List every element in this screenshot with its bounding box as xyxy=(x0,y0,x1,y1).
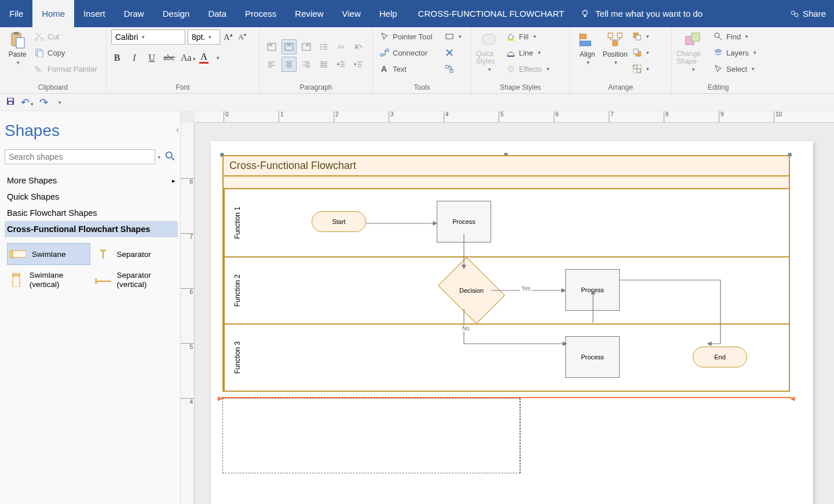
align-left-button[interactable] xyxy=(264,57,279,72)
edge-label-no: No xyxy=(461,325,471,332)
tab-design[interactable]: Design xyxy=(153,0,199,27)
tab-draw[interactable]: Draw xyxy=(115,0,153,27)
svg-rect-56 xyxy=(507,39,514,41)
clear-button[interactable]: A xyxy=(351,39,366,54)
tab-data[interactable]: Data xyxy=(199,0,236,27)
font-name-combo[interactable]: Calibri▾ xyxy=(111,30,185,45)
bring-front-button[interactable]: ▾ xyxy=(630,30,652,43)
grow-font-button[interactable]: A▴ xyxy=(222,32,234,42)
effects-button[interactable]: Effects▾ xyxy=(504,62,552,76)
strike-button[interactable]: abc xyxy=(163,53,175,62)
align-right-button[interactable] xyxy=(299,57,314,72)
tab-view[interactable]: View xyxy=(332,0,370,27)
cross-functional-item[interactable]: Cross-Functional Flowchart Shapes xyxy=(5,221,178,237)
undo-button[interactable]: ↶▾ xyxy=(21,96,34,109)
svg-point-19 xyxy=(320,44,321,45)
ruler-major: 9 xyxy=(719,111,724,122)
connector-tool-button[interactable]: Connector xyxy=(378,46,440,60)
align-button[interactable]: Align▾ xyxy=(575,30,600,65)
select-button[interactable]: Select▾ xyxy=(711,62,759,76)
underline-button[interactable]: U xyxy=(146,53,158,63)
tab-help[interactable]: Help xyxy=(370,0,407,27)
redo-button[interactable]: ↷ xyxy=(39,96,48,109)
line-icon xyxy=(506,48,515,57)
align-center-button[interactable] xyxy=(281,57,297,72)
stencil-separator-v[interactable]: Separator (vertical) xyxy=(93,267,176,293)
stencil-swimlane-v[interactable]: Swimlane (vertical) xyxy=(7,267,90,293)
group-shape-styles: Quick Styles▾ Fill▾ Line▾ Effects▾ Shape… xyxy=(471,27,570,93)
tab-review[interactable]: Review xyxy=(286,0,332,27)
tab-insert[interactable]: Insert xyxy=(74,0,115,27)
cut-button[interactable]: Cut xyxy=(32,30,100,43)
svg-rect-86 xyxy=(13,273,20,276)
fill-button[interactable]: Fill▾ xyxy=(504,30,552,43)
drawing-page[interactable]: Cross-Functional Flowchart Function 1 St… xyxy=(211,141,813,504)
canvas-area[interactable]: 0 1 2 3 4 5 6 7 8 9 10 8 7 6 5 4 xyxy=(181,111,834,504)
justify-button[interactable] xyxy=(316,57,331,72)
bold-button[interactable]: B xyxy=(111,53,123,63)
svg-text:A: A xyxy=(338,43,342,50)
format-painter-button[interactable]: Format Painter xyxy=(32,62,100,76)
bullets-button[interactable] xyxy=(316,39,331,54)
more-shapes-item[interactable]: More Shapes▸ xyxy=(5,172,178,189)
freeform-tool-button[interactable] xyxy=(442,62,464,76)
paste-button[interactable]: Paste ▾ xyxy=(5,30,30,65)
dec-indent-button[interactable] xyxy=(334,57,349,72)
change-case-button[interactable]: Aa▾ xyxy=(181,53,192,63)
svg-rect-5 xyxy=(16,38,24,48)
search-shapes-input[interactable] xyxy=(5,149,155,164)
tab-process[interactable]: Process xyxy=(236,0,286,27)
chevron-down-icon[interactable]: ▾ xyxy=(158,154,160,160)
paste-icon xyxy=(8,31,27,49)
quick-shapes-item[interactable]: Quick Shapes xyxy=(5,189,178,205)
svg-rect-88 xyxy=(95,279,97,284)
copy-button[interactable]: Copy xyxy=(32,46,100,60)
group-button[interactable]: ▾ xyxy=(630,62,652,76)
change-shape-button[interactable]: Change Shape▾ xyxy=(676,30,709,72)
search-button[interactable] xyxy=(163,149,178,164)
rect-tool-button[interactable]: ▾ xyxy=(442,30,464,43)
stencil-swimlane[interactable]: Swimlane xyxy=(7,243,90,265)
layers-button[interactable]: Layers▾ xyxy=(711,46,759,60)
basic-flowchart-item[interactable]: Basic Flowchart Shapes xyxy=(5,205,178,221)
share-button[interactable]: Share xyxy=(790,9,826,19)
align-top-left-button[interactable] xyxy=(264,39,279,54)
line-button[interactable]: Line▾ xyxy=(504,46,552,60)
x-tool-button[interactable] xyxy=(442,46,464,60)
ruler-major: 10 xyxy=(774,111,782,122)
freeform-icon xyxy=(445,64,454,73)
pointer-label: Pointer Tool xyxy=(393,32,432,41)
group-label-editing: Editing xyxy=(676,82,760,93)
stencil-label: Separator (vertical) xyxy=(117,271,174,289)
tab-file[interactable]: File xyxy=(0,0,32,27)
text-tool-button[interactable]: AText xyxy=(378,62,440,76)
scissors-icon xyxy=(35,32,44,41)
italic-button[interactable]: I xyxy=(129,53,140,63)
text-direction-button[interactable]: A xyxy=(334,39,349,54)
save-button[interactable] xyxy=(6,97,15,108)
qat-customize[interactable]: ▾ xyxy=(58,100,61,105)
fill-icon xyxy=(506,32,515,41)
quick-styles-button[interactable]: Quick Styles▾ xyxy=(476,30,502,72)
shrink-font-button[interactable]: A▾ xyxy=(236,32,248,42)
search-icon xyxy=(714,32,723,41)
tab-home[interactable]: Home xyxy=(32,0,74,27)
send-back-button[interactable]: ▾ xyxy=(630,46,652,60)
pointer-tool-button[interactable]: Pointer Tool xyxy=(378,30,440,43)
position-button[interactable]: Position▾ xyxy=(602,30,628,65)
align-top-right-button[interactable] xyxy=(299,39,314,54)
align-top-center-button[interactable] xyxy=(281,39,297,54)
effects-icon xyxy=(506,64,515,73)
select-label: Select xyxy=(726,65,747,73)
ruler-major: 7 xyxy=(609,111,614,122)
svg-rect-57 xyxy=(507,56,514,57)
font-color-button[interactable]: A xyxy=(198,51,210,64)
inc-indent-button[interactable] xyxy=(351,57,366,72)
collapse-pane-button[interactable]: ‹ xyxy=(176,125,179,134)
find-button[interactable]: Find▾ xyxy=(711,30,759,43)
tell-me-input[interactable]: Tell me what you want to do xyxy=(595,9,703,19)
stencil-separator[interactable]: Separator xyxy=(93,243,176,265)
svg-point-74 xyxy=(715,33,719,38)
svg-rect-68 xyxy=(634,49,638,54)
font-size-combo[interactable]: 8pt.▾ xyxy=(188,30,220,45)
